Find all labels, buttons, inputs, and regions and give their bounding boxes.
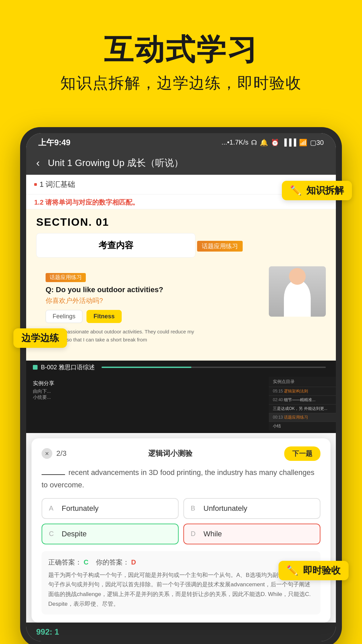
quiz-card: × 2/3 逻辑词小测验 下一题 recent advancements in … — [32, 438, 330, 623]
section-content-box: 考查内容 — [36, 233, 195, 258]
correct-label: 正确答案： — [48, 558, 82, 566]
sidebar-item-2[interactable]: 02:40 细节——精精准... — [269, 396, 336, 405]
quiz-options-grid: A Fortunately B Unfortunately C Despite — [42, 498, 320, 544]
sidebar-item-5[interactable]: 小结 — [269, 422, 336, 430]
alarm-icon: ⏰ — [271, 139, 279, 147]
sidebar-text-5: 小结 — [273, 424, 281, 428]
sidebar-time-2: 02:40 — [273, 397, 284, 402]
quiz-option-c[interactable]: C Despite — [42, 524, 179, 544]
practice-options: Feelings Fitness — [46, 310, 195, 323]
option-letter-c: C — [49, 530, 57, 538]
progress-fill — [102, 367, 191, 368]
quiz-progress: 2/3 — [56, 449, 148, 458]
sidebar-item-3[interactable]: 三是达成OK，另 外能达到更... — [269, 405, 336, 413]
sidebar-panel: 实例点目录 05:15 逻辑架构法则 02:40 细节——精精准... 三是达成… — [269, 377, 336, 430]
practice-answer-preview: Yes, I'm passionate about outdoor activi… — [46, 328, 195, 344]
pencil-icon-2: ✏️ — [287, 565, 298, 576]
sidebar-text-2: 细节——精精准... — [284, 397, 315, 402]
sidebar-text-1: 逻辑架构法则 — [284, 389, 308, 393]
sidebar-time-4: 00:13 — [273, 415, 284, 420]
nav-bar: ‹ Unit 1 Growing Up 成长（听说） — [26, 151, 336, 175]
sidebar-text-3: 三是达成OK，另 — [273, 406, 303, 411]
video-label-2: 实例分享 — [33, 380, 262, 387]
sub-title: 知识点拆解，边学边练，即时验收 — [20, 73, 342, 94]
practice-option-feelings[interactable]: Feelings — [46, 310, 82, 323]
section-card: SECTION. 01 考查内容 话题应用练习 — [26, 209, 336, 361]
sidebar-item-1[interactable]: 05:15 逻辑架构法则 — [269, 387, 336, 396]
video-lesson-bar: B-002 雅思口语综述 — [26, 361, 336, 374]
section-dot — [34, 183, 37, 186]
bluetooth-icon: ☊ — [251, 139, 257, 147]
section-header-text: 1 词汇基础 — [40, 179, 75, 190]
teacher-body — [284, 280, 311, 317]
nav-title: Unit 1 Growing Up 成长（听说） — [48, 157, 184, 169]
option-text-a: Fortunately — [62, 504, 99, 513]
floating-label-practice: 边学边练 — [13, 328, 67, 348]
video-sublabel: 由向下... — [33, 388, 262, 394]
quiz-next-button[interactable]: 下一题 — [284, 446, 320, 461]
quiz-header: × 2/3 逻辑词小测验 下一题 — [42, 446, 320, 461]
video-sublabel-2: 小统要... — [33, 394, 262, 400]
exercise-tag: 话题应用练习 — [197, 241, 243, 252]
correct-val: C — [84, 558, 88, 566]
sidebar-time-1: 05:15 — [273, 389, 284, 393]
quiz-question-body: recent advancements in 3D food printing,… — [42, 468, 314, 489]
sidebar-item-4[interactable]: 00:13 话题应用练习 — [269, 413, 336, 422]
practice-question-cn: 你喜欢户外活动吗? — [46, 296, 195, 305]
quiz-option-d[interactable]: D While — [183, 524, 320, 544]
option-letter-a: A — [49, 504, 57, 512]
practice-option-fitness[interactable]: Fitness — [86, 310, 122, 323]
teacher-head — [289, 268, 306, 285]
option-letter-d: D — [191, 530, 199, 538]
your-label: 你的答案： — [96, 558, 129, 566]
status-right: ...•1.7K/s ☊ 🔔 ⏰ ▐▐▐ 📶 ▢30 — [222, 139, 324, 147]
header-section: 互动式学习 知识点拆解，边学边练，即时验收 — [0, 0, 362, 114]
quiz-option-b[interactable]: B Unfortunately — [183, 498, 320, 519]
sidebar-text-3b: 外能达到更... — [304, 406, 327, 411]
answer-explanation: 题干为两个句子构成一个句子，因此可能是并列句或一个主句和一个从句。A、B选项均为… — [48, 571, 314, 609]
section-label: SECTION. 01 — [36, 216, 326, 228]
video-lesson-label: B-002 雅思口语综述 — [41, 363, 95, 371]
option-text-c: Despite — [62, 530, 87, 538]
main-video-area: 实例分享 由向下... 小统要... — [26, 377, 269, 430]
quiz-option-a[interactable]: A Fortunately — [42, 498, 179, 519]
quiz-question-text: recent advancements in 3D food printing,… — [42, 466, 320, 491]
status-time: 上午9:49 — [38, 137, 70, 148]
floating-label-verify: ✏️ 即时验收 — [279, 561, 349, 580]
teacher-figure — [269, 266, 326, 317]
quiz-close-button[interactable]: × — [42, 448, 52, 459]
quiz-answer-section: 正确答案： C 你的答案： D 题干为两个句子构成一个句子，因此可能是并列句或一… — [42, 551, 320, 615]
network-indicator: ...•1.7K/s — [222, 139, 248, 146]
wifi-icon: 📶 — [299, 139, 307, 147]
pencil-icon: ✏️ — [290, 185, 302, 196]
main-title: 互动式学习 — [20, 34, 342, 66]
answer-line: 正确答案： C 你的答案： D — [48, 556, 314, 568]
sidebar-area: 实例分享 由向下... 小统要... 实例点目录 05:15 逻辑架构法则 — [26, 374, 336, 433]
signal-icon: ▐▐▐ — [282, 139, 296, 146]
floating-label-knowledge: ✏️ 知识拆解 — [282, 181, 352, 200]
bottom-bar: 992: 1 — [26, 623, 336, 641]
exercise-label: 1.2 请将单词与对应的数字相匹配。 — [34, 199, 139, 206]
quiz-blank — [42, 474, 65, 475]
sidebar-title: 实例点目录 — [269, 377, 336, 387]
practice-tag: 话题应用练习 — [46, 273, 86, 282]
sidebar-text-4: 话题应用练习 — [284, 415, 308, 420]
option-text-d: While — [203, 530, 222, 538]
practice-question-en: Q: Do you like outdoor activities? — [46, 285, 195, 294]
bottom-counter: 992: 1 — [36, 627, 59, 636]
your-val: D — [131, 558, 136, 566]
option-letter-b: B — [191, 504, 199, 512]
status-bar: 上午9:49 ...•1.7K/s ☊ 🔔 ⏰ ▐▐▐ 📶 ▢30 — [26, 133, 336, 151]
quiz-progress-title: 逻辑词小测验 — [148, 448, 192, 459]
teacher-video-thumb[interactable] — [269, 266, 326, 317]
progress-bar — [102, 367, 326, 368]
option-text-b: Unfortunately — [203, 504, 247, 513]
content-with-sidebar: 实例分享 由向下... 小统要... 实例点目录 05:15 逻辑架构法则 — [26, 377, 336, 430]
video-indicator — [33, 365, 38, 370]
notification-icon: 🔔 — [260, 139, 268, 147]
battery-icon: ▢30 — [310, 139, 324, 147]
back-button[interactable]: ‹ — [36, 157, 40, 169]
